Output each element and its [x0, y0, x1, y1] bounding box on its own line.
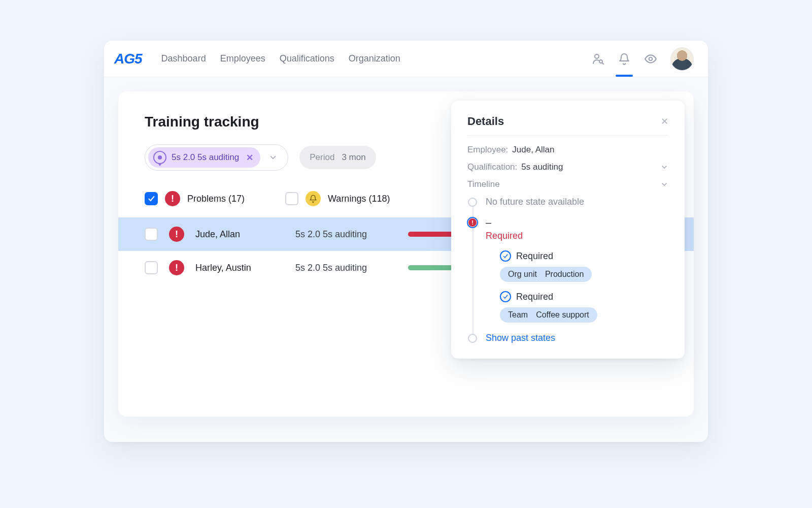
qualification-chip-label: 5s 2.0 5s auditing	[172, 152, 239, 163]
requirement-label: Required	[516, 292, 553, 302]
timeline-current-dash: –	[486, 217, 668, 228]
period-filter[interactable]: Period 3 mon	[299, 146, 376, 169]
nav-links: Dashboard Employees Qualifications Organ…	[161, 53, 577, 64]
details-employee: Employee: Jude, Allan	[467, 145, 668, 155]
svg-point-0	[595, 54, 599, 58]
tag-key: Org unit	[508, 270, 537, 279]
timeline-future-text: No future state available	[486, 197, 668, 207]
svg-point-2	[649, 57, 653, 60]
app-window: AG5 Dashboard Employees Qualifications O…	[104, 41, 708, 442]
tag-key: Team	[508, 310, 528, 320]
timeline-required-red: Required	[486, 231, 668, 241]
check-circle-icon	[500, 250, 511, 262]
nav-qualifications[interactable]: Qualifications	[280, 53, 334, 64]
tag-pill[interactable]: Team Coffee support	[500, 307, 597, 323]
warnings-checkbox[interactable]	[285, 192, 298, 205]
qualification-chip: 5s 2.0 5s auditing ✕	[148, 147, 260, 168]
timeline-label: Timeline	[467, 179, 500, 189]
exclamation-icon: !	[169, 260, 184, 275]
eye-icon[interactable]	[644, 52, 657, 66]
nav-organization[interactable]: Organization	[349, 53, 400, 64]
top-nav: AG5 Dashboard Employees Qualifications O…	[104, 41, 708, 77]
bell-badge-icon	[306, 191, 321, 206]
requirement-label: Required	[516, 251, 553, 262]
check-circle-icon	[500, 291, 511, 302]
nav-employees[interactable]: Employees	[220, 53, 265, 64]
details-qualification[interactable]: Qualification: 5s auditing	[467, 162, 668, 172]
timeline-node-current: ! – Required Required Org unit Productio	[486, 217, 668, 323]
timeline-node-future: No future state available	[486, 197, 668, 207]
warnings-label: Warnings (118)	[328, 194, 390, 204]
requirement-block: Required Team Coffee support	[500, 291, 668, 323]
chevron-down-icon[interactable]	[660, 163, 668, 171]
row-checkbox[interactable]	[145, 228, 158, 241]
timeline-dot-icon	[468, 334, 477, 343]
status-warnings: Warnings (118)	[285, 191, 390, 206]
bell-icon[interactable]	[618, 52, 631, 66]
main-card: Training tracking 5s 2.0 5s auditing ✕ P…	[118, 91, 694, 417]
details-panel: Details ✕ Employee: Jude, Allan Qualific…	[451, 101, 685, 359]
row-qual: 5s 2.0 5s auditing	[295, 263, 397, 273]
logo: AG5	[114, 51, 142, 67]
qualification-value: 5s auditing	[521, 162, 563, 172]
row-name: Jude, Allan	[195, 229, 284, 240]
tag-value: Production	[545, 270, 584, 279]
details-timeline[interactable]: Timeline	[467, 179, 668, 189]
user-search-icon[interactable]	[591, 52, 604, 66]
avatar[interactable]	[670, 47, 694, 71]
exclamation-icon: !	[165, 191, 180, 206]
employee-value: Jude, Allan	[512, 145, 554, 155]
nav-icons	[591, 47, 694, 71]
row-name: Harley, Austin	[195, 263, 284, 273]
tag-value: Coffee support	[536, 310, 589, 320]
timeline-alert-icon: !	[467, 217, 478, 228]
tag-pill[interactable]: Org unit Production	[500, 267, 592, 282]
remove-chip-icon[interactable]: ✕	[246, 152, 253, 163]
timeline-dot-icon	[468, 198, 477, 207]
timeline: No future state available ! – Required R…	[467, 197, 668, 343]
status-problems: ! Problems (17)	[145, 191, 245, 206]
requirement-block: Required Org unit Production	[500, 250, 668, 282]
chevron-down-icon[interactable]	[660, 180, 668, 188]
row-checkbox[interactable]	[145, 261, 158, 274]
employee-label: Employee:	[467, 145, 508, 155]
svg-point-1	[599, 60, 602, 63]
show-past-states-link[interactable]: Show past states	[486, 333, 668, 343]
timeline-node-past: Show past states	[486, 333, 668, 343]
exclamation-icon: !	[169, 227, 184, 242]
chevron-down-icon[interactable]	[268, 153, 278, 162]
period-label: Period	[310, 152, 334, 163]
close-icon[interactable]: ✕	[661, 116, 668, 127]
qualification-label: Qualification:	[467, 162, 517, 172]
row-qual: 5s 2.0 5s auditing	[295, 229, 397, 240]
problems-label: Problems (17)	[187, 194, 245, 204]
period-value: 3 mon	[342, 152, 365, 163]
medal-icon	[153, 151, 166, 164]
details-title: Details	[467, 115, 504, 128]
nav-dashboard[interactable]: Dashboard	[161, 53, 206, 64]
qualification-filter[interactable]: 5s 2.0 5s auditing ✕	[145, 144, 288, 171]
problems-checkbox[interactable]	[145, 192, 158, 205]
